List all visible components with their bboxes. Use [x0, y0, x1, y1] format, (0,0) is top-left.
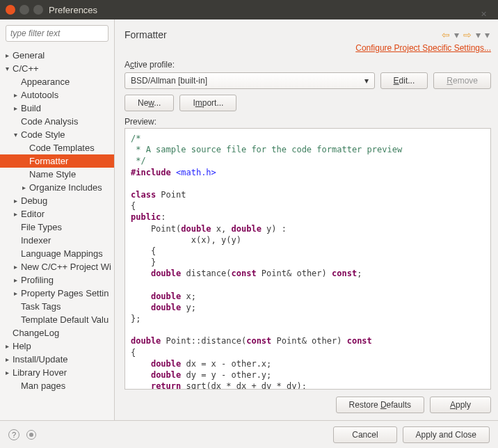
tree-item-libraryhover[interactable]: ▸Library Hover	[0, 366, 114, 379]
tree-item-filetypes[interactable]: File Types	[0, 221, 114, 234]
new-button[interactable]: New...	[124, 95, 174, 111]
panel-header: Formatter ⇦ ▾ ⇨ ▾ ▾	[124, 29, 491, 40]
tree-item-formatter[interactable]: Formatter	[0, 154, 114, 168]
back-menu-icon[interactable]: ▾	[453, 29, 460, 40]
tree-item-indexer[interactable]: Indexer	[0, 234, 114, 247]
cancel-button[interactable]: Cancel	[333, 426, 396, 443]
filter-wrap: ✕	[0, 19, 114, 47]
profile-value: BSD/Allman [built-in]	[131, 76, 207, 86]
apply-and-close-button[interactable]: Apply and Close	[403, 426, 490, 443]
window-title: Preferences	[49, 5, 97, 15]
window-controls	[6, 5, 43, 15]
forward-menu-icon[interactable]: ▾	[474, 29, 482, 40]
tree-item-profiling[interactable]: ▸Profiling	[0, 273, 114, 287]
panel-buttons: Restore Defaults Apply	[124, 397, 491, 413]
forward-icon[interactable]: ⇨	[462, 29, 473, 40]
panel-title: Formatter	[124, 29, 440, 40]
tree-item-debug[interactable]: ▸Debug	[0, 194, 114, 207]
remove-button: Remove	[433, 72, 491, 89]
tree-item-codetemplates[interactable]: Code Templates	[0, 141, 114, 154]
footer-left: ?	[8, 429, 328, 440]
import-export-icon[interactable]	[26, 430, 36, 440]
edit-button[interactable]: Edit...	[380, 72, 428, 89]
restore-defaults-button[interactable]: Restore Defaults	[336, 397, 424, 413]
import-button[interactable]: Import...	[179, 95, 236, 111]
view-menu-icon[interactable]: ▾	[483, 29, 491, 40]
tree-item-general[interactable]: ▸General	[0, 49, 114, 62]
tree-item-ccpp[interactable]: ▾C/C++	[0, 62, 114, 75]
configure-project-link[interactable]: Configure Project Specific Settings...	[124, 43, 491, 53]
tree-item-installupdate[interactable]: ▸Install/Update	[0, 353, 114, 366]
close-icon[interactable]	[6, 5, 15, 15]
nav-arrows: ⇦ ▾ ⇨ ▾ ▾	[440, 29, 491, 40]
tree-item-propertypages[interactable]: ▸Property Pages Settin	[0, 287, 114, 300]
tree-item-codestyle[interactable]: ▾Code Style	[0, 128, 114, 141]
tree-item-manpages[interactable]: Man pages	[0, 379, 114, 392]
tree-item-namestyle[interactable]: Name Style	[0, 168, 114, 181]
profile-row: BSD/Allman [built-in] ▾ Edit... Remove	[124, 72, 491, 89]
filter-input[interactable]	[6, 25, 109, 42]
tree-item-help[interactable]: ▸Help	[0, 339, 114, 353]
minimize-icon[interactable]	[19, 5, 29, 15]
apply-button[interactable]: Apply	[430, 397, 491, 413]
tree-item-codeanalysis[interactable]: Code Analysis	[0, 115, 114, 128]
preview-label: Preview:	[124, 117, 491, 127]
back-icon[interactable]: ⇦	[440, 29, 451, 40]
content-panel: Formatter ⇦ ▾ ⇨ ▾ ▾ Configure Project Sp…	[115, 19, 498, 420]
help-icon[interactable]: ?	[8, 429, 19, 440]
preference-tree[interactable]: ▸General ▾C/C++ Appearance ▸Autotools ▸B…	[0, 47, 114, 420]
main-area: ✕ ▸General ▾C/C++ Appearance ▸Autotools …	[0, 19, 498, 420]
profile-actions: New... Import...	[124, 95, 491, 111]
preview-area[interactable]: /* * A sample source file for the code f…	[124, 128, 491, 390]
tree-item-tasktags[interactable]: Task Tags	[0, 300, 114, 313]
tree-item-languagemappings[interactable]: Language Mappings	[0, 247, 114, 260]
tree-item-templatedefault[interactable]: Template Default Valu	[0, 313, 114, 326]
tree-item-editor[interactable]: ▸Editor	[0, 207, 114, 221]
footer: ? Cancel Apply and Close	[0, 420, 498, 448]
chevron-down-icon: ▾	[364, 76, 369, 86]
titlebar: Preferences	[0, 0, 498, 19]
tree-item-appearance[interactable]: Appearance	[0, 75, 114, 88]
tree-item-build[interactable]: ▸Build	[0, 102, 114, 115]
tree-item-changelog[interactable]: ChangeLog	[0, 326, 114, 339]
profile-combo[interactable]: BSD/Allman [built-in] ▾	[124, 72, 375, 89]
active-profile-label: Active profile:	[124, 60, 491, 70]
tree-item-organizeincludes[interactable]: ▸Organize Includes	[0, 181, 114, 194]
maximize-icon[interactable]	[33, 5, 43, 15]
tree-item-newproject[interactable]: ▸New C/C++ Project Wi	[0, 260, 114, 273]
tree-item-autotools[interactable]: ▸Autotools	[0, 88, 114, 102]
sidebar: ✕ ▸General ▾C/C++ Appearance ▸Autotools …	[0, 19, 115, 420]
